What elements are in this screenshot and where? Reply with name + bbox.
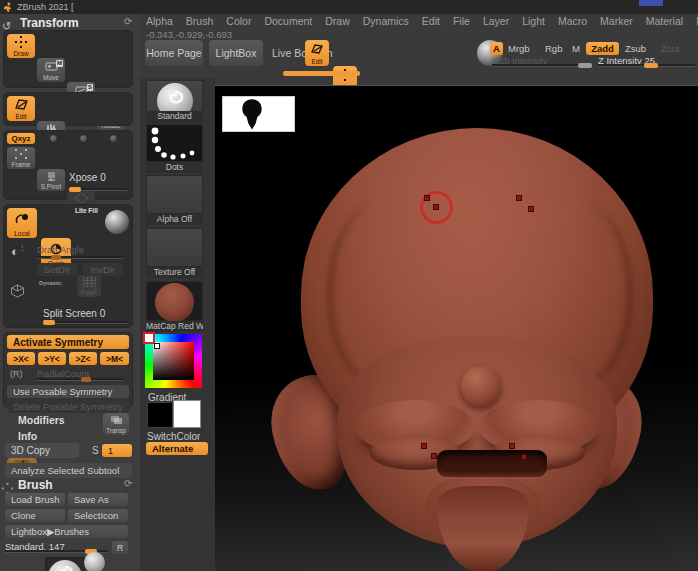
sculpt-canvas[interactable] bbox=[215, 85, 698, 571]
menu-item-layer[interactable]: Layer bbox=[483, 15, 509, 27]
split-screen-handle[interactable] bbox=[43, 320, 55, 325]
control-point[interactable] bbox=[421, 443, 427, 449]
menu-item-alpha[interactable]: Alpha bbox=[146, 15, 173, 27]
draft-angle-handle[interactable] bbox=[51, 255, 61, 260]
home-page-button[interactable]: Home Page bbox=[145, 40, 203, 66]
mrgb-toggle[interactable]: Mrgb bbox=[508, 42, 530, 55]
current-stroke-swatch[interactable] bbox=[146, 124, 203, 162]
control-point[interactable] bbox=[521, 454, 527, 460]
menu-item-light[interactable]: Light bbox=[522, 15, 545, 27]
zsub-toggle[interactable]: Zsub bbox=[625, 42, 646, 55]
load-brush-button[interactable]: Load Brush bbox=[5, 493, 65, 506]
main-color-swatch[interactable] bbox=[147, 402, 173, 428]
transp-button[interactable]: Transp bbox=[103, 413, 129, 435]
clay-brush-thumbnail[interactable]: Clay bbox=[82, 552, 108, 571]
control-point[interactable] bbox=[509, 443, 515, 449]
lightbox-button[interactable]: LightBox bbox=[209, 40, 263, 66]
draft-angle-slider[interactable]: Draft Angle bbox=[37, 244, 123, 260]
s-value-field[interactable]: 1 bbox=[102, 444, 132, 457]
spivot-button[interactable]: S.Pivot bbox=[37, 169, 65, 191]
lite-sphere-button[interactable] bbox=[105, 210, 129, 234]
qz-button[interactable] bbox=[109, 134, 118, 143]
m-toggle[interactable]: M bbox=[572, 42, 580, 55]
move-button[interactable]: M Move bbox=[37, 58, 65, 82]
local-button[interactable]: Local bbox=[7, 208, 37, 238]
menu-item-material[interactable]: Material bbox=[646, 15, 683, 27]
qx-button[interactable] bbox=[49, 134, 58, 143]
brush-r-button[interactable]: R bbox=[112, 541, 128, 554]
transform-refresh-icon[interactable]: ⟳ bbox=[124, 16, 132, 27]
menu-item-edit[interactable]: Edit bbox=[422, 15, 440, 27]
qxyz-button[interactable]: Qxyz bbox=[7, 133, 35, 144]
control-point[interactable] bbox=[516, 195, 522, 201]
current-brush-thumbnail[interactable] bbox=[45, 557, 85, 571]
radial-count-handle[interactable] bbox=[81, 377, 91, 382]
frame-button[interactable]: Frame bbox=[7, 147, 35, 169]
z-intensity-slider[interactable]: Z Intensity 25 bbox=[598, 55, 695, 68]
switch-color-button[interactable]: SwitchColor bbox=[147, 431, 200, 442]
copy-3d-button[interactable]: 3D Copy bbox=[5, 443, 79, 458]
sym-m-button[interactable]: >M< bbox=[100, 352, 129, 365]
ghost-cube-icon[interactable] bbox=[10, 284, 25, 302]
tool-preview-thumbnail[interactable] bbox=[222, 96, 295, 132]
qy-button[interactable] bbox=[79, 134, 88, 143]
sym-z-button[interactable]: >Z< bbox=[69, 352, 97, 365]
brush-refresh-icon[interactable]: ⟳ bbox=[124, 478, 132, 489]
clone-button[interactable]: Clone bbox=[5, 509, 65, 522]
sym-y-button[interactable]: >Y< bbox=[38, 352, 66, 365]
rgb-toggle[interactable]: Rgb bbox=[545, 42, 562, 55]
move-label: Move bbox=[43, 74, 59, 81]
transform-group-pointer: Draw M Move S Scale R Rotate bbox=[3, 30, 133, 88]
invdir-button[interactable]: InvDir bbox=[83, 263, 123, 276]
alternate-button[interactable]: Alternate bbox=[146, 442, 208, 455]
rgb-intensity-track bbox=[492, 64, 592, 67]
control-point[interactable] bbox=[528, 206, 534, 212]
edit-mode-button[interactable]: Edit bbox=[305, 40, 329, 66]
delete-posable-symmetry-button[interactable]: Delete Posable Symmetry bbox=[7, 400, 129, 413]
radial-count-track bbox=[37, 378, 123, 381]
polyf-button[interactable]: PolyF bbox=[77, 275, 101, 297]
lightbox-brushes-button[interactable]: Lightbox▶Brushes bbox=[5, 525, 128, 538]
xpose-handle[interactable] bbox=[69, 187, 81, 192]
select-icon-button[interactable]: SelectIcon bbox=[68, 509, 128, 522]
current-material-swatch[interactable] bbox=[146, 281, 203, 321]
rgb-intensity-handle[interactable] bbox=[578, 63, 592, 68]
save-as-button[interactable]: Save As bbox=[68, 493, 128, 506]
menu-item-color[interactable]: Color bbox=[226, 15, 251, 27]
use-posable-symmetry-button[interactable]: Use Posable Symmetry bbox=[7, 385, 129, 398]
info-label: Info bbox=[18, 430, 37, 442]
menu-item-draw[interactable]: Draw bbox=[325, 15, 350, 27]
z-intensity-handle[interactable] bbox=[644, 63, 658, 68]
secondary-color-swatch[interactable] bbox=[173, 400, 201, 428]
spivot-label: S.Pivot bbox=[41, 183, 62, 190]
menu-item-marker[interactable]: Marker bbox=[600, 15, 633, 27]
split-screen-slider[interactable]: Split Screen 0 bbox=[43, 308, 127, 325]
rgb-intensity-slider[interactable]: Rgb Intensity bbox=[492, 55, 592, 68]
control-point[interactable] bbox=[431, 453, 437, 459]
anchor-toggle[interactable]: A bbox=[490, 42, 503, 55]
xpose-slider[interactable]: Xpose 0 bbox=[69, 172, 127, 192]
draw-pointer-button[interactable]: Draw bbox=[7, 34, 35, 58]
activate-symmetry-button[interactable]: Activate Symmetry bbox=[7, 335, 129, 349]
control-point[interactable] bbox=[433, 204, 439, 210]
analyze-subtool-button[interactable]: Analyze Selected Subtool bbox=[5, 463, 132, 478]
radial-count-slider[interactable]: RadialCount bbox=[37, 368, 123, 382]
menu-item-document[interactable]: Document bbox=[264, 15, 312, 27]
sym-x-button[interactable]: >X< bbox=[7, 352, 35, 365]
zcut-toggle[interactable]: Zcut bbox=[661, 42, 679, 55]
menu-item-macro[interactable]: Macro bbox=[558, 15, 587, 27]
menu-item-dynamics[interactable]: Dynamics bbox=[363, 15, 409, 27]
gyro-icon bbox=[305, 40, 329, 58]
current-alpha-swatch[interactable] bbox=[146, 175, 203, 214]
zadd-toggle[interactable]: Zadd bbox=[586, 42, 619, 55]
menu-item-brush[interactable]: Brush bbox=[186, 15, 213, 27]
menu-item-file[interactable]: File bbox=[453, 15, 470, 27]
setdir-button[interactable]: SetDir bbox=[37, 263, 77, 276]
current-brush-name: Standard bbox=[146, 111, 203, 122]
edit-object-button[interactable]: Edit bbox=[7, 96, 35, 121]
color-picker[interactable] bbox=[145, 334, 202, 388]
frame-label: Frame bbox=[12, 161, 31, 168]
control-point[interactable] bbox=[424, 195, 430, 201]
current-texture-swatch[interactable] bbox=[146, 228, 203, 267]
contrast-icon[interactable]: ◐⋮ bbox=[11, 244, 26, 259]
